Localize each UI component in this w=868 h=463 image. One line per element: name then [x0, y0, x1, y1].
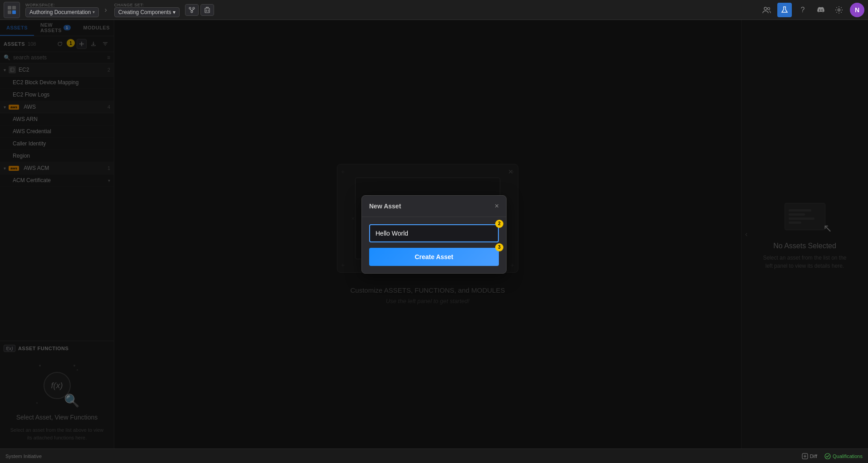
user-avatar[interactable]: N — [850, 3, 864, 17]
nav-icon-group — [759, 3, 792, 17]
merge-button[interactable] — [185, 4, 199, 16]
workspace-dropdown-arrow: ▾ — [93, 10, 95, 14]
nav-arrow: › — [102, 6, 108, 14]
svg-rect-1 — [12, 6, 16, 10]
svg-line-7 — [190, 9, 192, 11]
people-icon-button[interactable] — [759, 3, 774, 17]
step-3-badge: 3 — [495, 243, 503, 251]
app-logo — [4, 2, 20, 18]
modal-overlay: New Asset × 2 Create Asset 3 — [0, 20, 868, 449]
diff-button[interactable]: Diff — [802, 453, 817, 459]
svg-rect-9 — [205, 8, 210, 13]
qualifications-button[interactable]: Qualifications — [824, 453, 863, 459]
flask-icon-button[interactable] — [777, 3, 792, 17]
new-asset-modal: New Asset × 2 Create Asset 3 — [361, 195, 507, 274]
settings-button[interactable] — [832, 3, 846, 17]
svg-rect-0 — [8, 6, 11, 10]
changeset-label: CHANGE SET: — [114, 3, 180, 7]
svg-point-30 — [825, 453, 830, 459]
nav-actions — [185, 4, 214, 16]
diff-label: Diff — [810, 453, 817, 459]
svg-line-8 — [192, 9, 194, 11]
modal-body: 2 Create Asset 3 — [362, 217, 506, 273]
discord-button[interactable] — [814, 3, 828, 17]
changeset-selector[interactable]: Creating Components ▾ — [114, 7, 180, 17]
delete-button[interactable] — [200, 4, 214, 16]
workspace-name: Authoring Documentation — [29, 9, 91, 15]
workspace-block: WORKSPACE: Authoring Documentation ▾ — [25, 3, 99, 17]
status-right: Diff Qualifications — [802, 453, 863, 459]
asset-name-input[interactable] — [369, 224, 499, 242]
svg-rect-3 — [12, 10, 16, 14]
changeset-name: Creating Components — [118, 9, 171, 15]
qualifications-label: Qualifications — [833, 453, 863, 459]
system-initiative-label: System Initiative — [5, 453, 42, 459]
svg-rect-2 — [8, 10, 11, 14]
modal-input-wrapper: 2 — [369, 224, 499, 242]
modal-close-button[interactable]: × — [495, 202, 499, 210]
workspace-selector[interactable]: Authoring Documentation ▾ — [25, 7, 99, 17]
workspace-label: WORKSPACE: — [25, 3, 99, 7]
svg-point-5 — [193, 7, 195, 9]
svg-point-6 — [191, 11, 193, 13]
modal-header: New Asset × — [362, 196, 506, 217]
modal-create-btn-wrapper: Create Asset 3 — [369, 248, 499, 266]
step-2-badge: 2 — [495, 220, 503, 228]
help-button[interactable]: ? — [795, 3, 810, 17]
changeset-block: CHANGE SET: Creating Components ▾ — [114, 3, 180, 17]
modal-title: New Asset — [369, 203, 401, 210]
changeset-dropdown-arrow: ▾ — [173, 9, 176, 15]
main-layout: ASSETS NEW ASSETS 1 MODULES ASSETS 108 — [0, 20, 868, 449]
create-asset-button[interactable]: Create Asset — [369, 248, 499, 266]
status-bar: System Initiative Diff Qualifications — [0, 449, 868, 463]
svg-point-15 — [764, 7, 767, 10]
top-nav-bar: WORKSPACE: Authoring Documentation ▾ › C… — [0, 0, 868, 20]
svg-point-18 — [838, 9, 840, 11]
status-left: System Initiative — [5, 453, 796, 459]
svg-point-16 — [768, 7, 770, 10]
svg-point-4 — [189, 7, 191, 9]
